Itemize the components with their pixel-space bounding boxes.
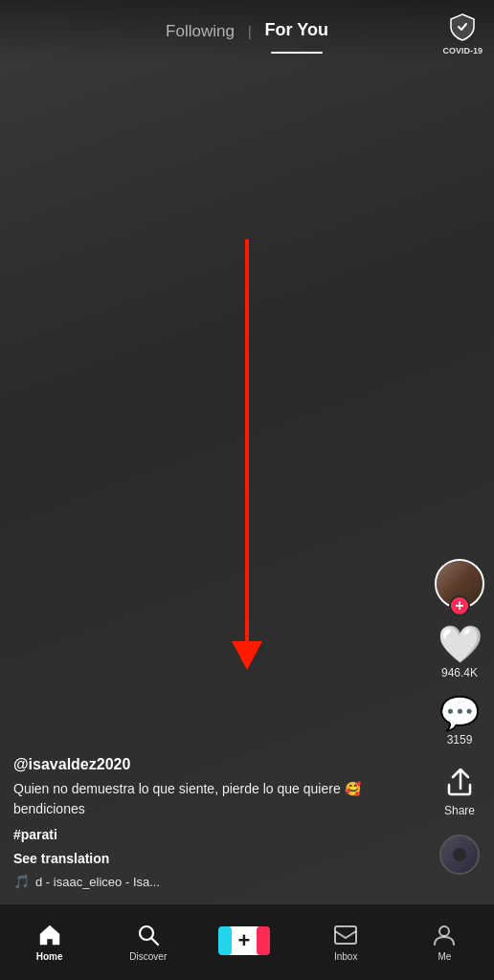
- video-caption: Quien no demuestra lo que siente, pierde…: [13, 779, 417, 819]
- top-navigation: Following | For You COVID-19: [0, 0, 494, 63]
- creator-username[interactable]: @isavaldez2020: [13, 756, 417, 773]
- music-info[interactable]: 🎵 d - isaac_eliceo - Isa...: [13, 874, 417, 889]
- video-hashtag[interactable]: #parati: [13, 825, 417, 845]
- music-track: d - isaac_eliceo - Isa...: [35, 875, 160, 889]
- see-translation-button[interactable]: See translation: [13, 851, 417, 866]
- arrow-head: [232, 641, 262, 670]
- bottom-navigation: Home Discover + Inbox Me: [0, 903, 494, 980]
- arrow-line: [245, 239, 249, 641]
- covid-label: COVID-19: [442, 46, 483, 56]
- like-count: 946.4K: [441, 666, 478, 679]
- red-arrow-annotation: [232, 239, 262, 670]
- covid-badge[interactable]: COVID-19: [442, 10, 483, 56]
- profile-icon: [432, 923, 457, 947]
- foryou-tab[interactable]: For You: [254, 11, 340, 54]
- search-icon: [136, 923, 161, 947]
- follow-plus-button[interactable]: +: [449, 595, 470, 616]
- create-plus-icon: +: [238, 928, 251, 953]
- home-label: Home: [36, 951, 63, 962]
- nav-create[interactable]: +: [197, 926, 296, 959]
- creator-avatar[interactable]: +: [435, 559, 484, 609]
- covid-shield-icon: [445, 10, 480, 44]
- me-label: Me: [438, 951, 451, 962]
- share-button[interactable]: Share: [441, 764, 478, 817]
- inbox-label: Inbox: [334, 951, 357, 962]
- inbox-icon: [333, 923, 358, 947]
- home-icon: [37, 923, 62, 947]
- heart-icon: 🤍: [438, 626, 483, 662]
- nav-inbox[interactable]: Inbox: [297, 923, 395, 962]
- music-note-icon: 🎵: [13, 874, 30, 889]
- create-button-inner: +: [223, 926, 265, 955]
- nav-home[interactable]: Home: [0, 923, 99, 962]
- create-button[interactable]: +: [223, 926, 271, 959]
- comment-icon: 💬: [439, 697, 480, 729]
- music-disc-inner: [453, 848, 466, 861]
- discover-label: Discover: [129, 951, 167, 962]
- nav-discover[interactable]: Discover: [99, 923, 197, 962]
- video-info: @isavaldez2020 Quien no demuestra lo que…: [13, 756, 417, 889]
- nav-me[interactable]: Me: [395, 923, 494, 962]
- share-label: Share: [444, 804, 475, 817]
- nav-divider: |: [248, 24, 252, 39]
- svg-point-2: [439, 926, 449, 936]
- comment-count: 3159: [447, 733, 473, 746]
- comment-button[interactable]: 💬 3159: [439, 697, 480, 746]
- share-icon: [441, 764, 478, 800]
- right-sidebar: + 🤍 946.4K 💬 3159 Share: [435, 559, 484, 875]
- like-button[interactable]: 🤍 946.4K: [438, 626, 483, 679]
- foryou-underline: [271, 52, 323, 54]
- music-disc[interactable]: [439, 835, 480, 875]
- svg-rect-1: [335, 926, 356, 944]
- following-tab[interactable]: Following: [154, 12, 246, 51]
